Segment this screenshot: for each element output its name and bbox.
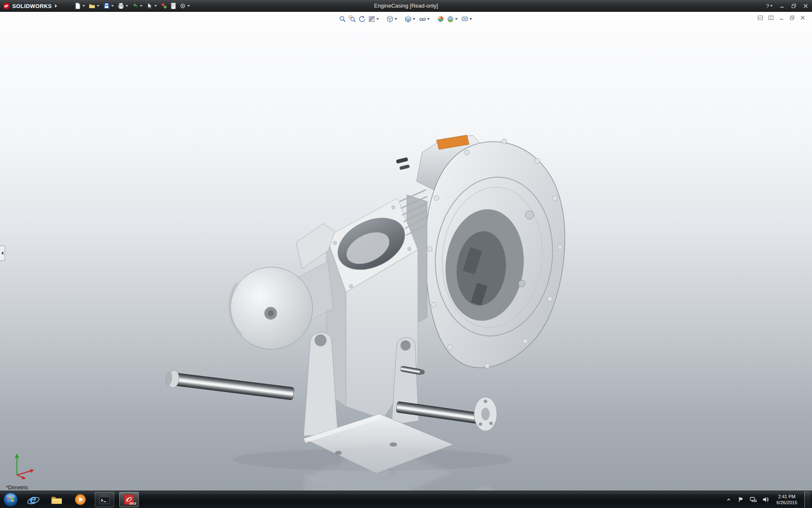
split-vertical-icon [768,15,774,21]
print-dropdown-icon[interactable] [126,5,128,7]
document-restore-button[interactable] [789,14,796,21]
apply-scene-dropdown-icon[interactable] [455,18,458,20]
display-style-dropdown-icon[interactable] [413,18,415,20]
windows-start-icon [3,492,18,507]
hide-show-items-icon [419,15,426,23]
previous-view-icon [358,15,366,23]
split-horizontal-icon [757,15,763,21]
select-dropdown-icon[interactable] [154,5,157,7]
view-orientation-button[interactable] [385,14,399,24]
view-settings-button[interactable] [460,14,474,24]
media-player-icon [74,493,87,506]
previous-view-button[interactable] [357,14,367,24]
hide-show-items-button[interactable] [418,14,432,24]
document-close-button[interactable] [799,14,806,21]
solidworks-taskbar-button[interactable]: 2015 [119,492,139,507]
taskbar-clock[interactable]: 2:41 PM 6/26/2015 [774,494,800,505]
section-view-dropdown-icon[interactable] [376,18,379,20]
zoom-to-fit-button[interactable] [338,14,347,24]
edit-appearance-icon [437,15,444,23]
undo-button[interactable] [131,1,145,11]
command-prompt-icon [98,493,111,506]
view-settings-dropdown-icon[interactable] [469,18,472,20]
undo-dropdown-icon[interactable] [140,5,143,7]
document-close-icon [800,15,806,21]
help-button[interactable]: ? [766,2,774,10]
show-desktop-button[interactable] [804,491,810,508]
view-orientation-label: *Dimetric [6,484,28,491]
undo-icon [132,2,139,10]
window-controls: ? [766,0,809,12]
graphics-area[interactable]: *Dimetric [0,12,812,491]
minimize-button[interactable] [778,2,786,10]
featuremanager-expand-handle[interactable] [0,246,5,261]
edit-appearance-button[interactable] [436,14,445,24]
view-orientation-dropdown-icon[interactable] [395,18,397,20]
model-geometry[interactable] [165,135,565,473]
quick-access-toolbar [73,0,192,12]
save-dropdown-icon[interactable] [111,5,114,7]
headsup-view-toolbar [338,14,474,24]
display-style-icon [404,15,412,23]
save-icon [103,2,110,10]
new-document-button[interactable] [73,1,88,11]
select-button[interactable] [145,1,159,11]
section-view-icon [368,15,376,23]
action-center-button[interactable] [737,496,745,503]
document-restore-icon [789,15,795,21]
hide-show-items-dropdown-icon[interactable] [427,18,430,20]
volume-button[interactable] [762,496,769,503]
clock-time: 2:41 PM [776,494,797,500]
maximize-button[interactable] [790,2,798,10]
select-cursor-icon [146,2,154,10]
zoom-to-fit-icon [339,15,346,23]
app-logo[interactable]: SOLIDWORKS [0,0,61,12]
document-minimize-icon [779,15,785,21]
brand-name: SOLIDWORKS [12,3,52,9]
options-dropdown-icon[interactable] [187,5,190,7]
folder-icon [50,493,63,506]
help-dropdown-icon[interactable] [770,5,773,7]
minimize-icon [779,3,785,8]
menu-expand-icon[interactable] [55,4,57,8]
view-orientation-cube-icon [386,15,394,23]
new-document-dropdown-icon[interactable] [82,5,85,7]
rebuild-button[interactable] [159,1,169,11]
options-gear-icon [179,2,187,10]
help-icon: ? [766,3,769,9]
open-dropdown-icon[interactable] [97,5,99,7]
new-document-icon [74,2,82,10]
view-settings-icon [461,15,469,23]
action-center-flag-icon [738,496,744,503]
clock-date: 6/26/2015 [776,500,797,505]
zoom-to-area-button[interactable] [348,14,357,24]
speaker-icon [762,496,769,503]
split-vertical-button[interactable] [768,14,774,21]
document-minimize-button[interactable] [778,14,785,21]
open-folder-icon [88,2,96,10]
print-icon [117,2,125,10]
windows-explorer-button[interactable] [47,492,66,507]
document-window-controls [757,14,806,21]
print-button[interactable] [116,1,131,11]
close-icon [803,3,808,8]
display-style-button[interactable] [403,14,417,24]
section-view-button[interactable] [367,14,381,24]
command-prompt-button[interactable] [95,492,114,507]
apply-scene-button[interactable] [446,14,460,24]
save-button[interactable] [102,1,116,11]
options-button[interactable] [178,1,192,11]
open-button[interactable] [88,1,102,11]
engine-casing-model[interactable] [0,12,812,491]
media-player-button[interactable] [71,492,90,507]
split-horizontal-button[interactable] [757,14,764,21]
screen: { "app": { "brand": "SOLIDWORKS", "title… [0,0,812,508]
internet-explorer-button[interactable]: e [24,492,42,507]
close-button[interactable] [802,2,809,10]
start-button[interactable] [3,491,19,508]
network-status-button[interactable] [749,496,757,503]
show-hidden-icons-button[interactable] [725,496,732,503]
file-properties-button[interactable] [169,1,178,11]
apply-scene-icon [447,15,454,23]
collapse-arrow-icon [1,251,3,255]
